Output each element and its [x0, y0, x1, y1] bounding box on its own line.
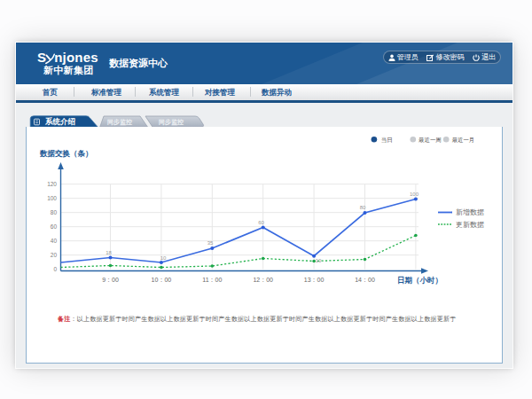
- svg-text:0: 0: [53, 266, 57, 272]
- svg-text:11：00: 11：00: [202, 277, 222, 283]
- svg-text:18: 18: [106, 250, 112, 255]
- svg-text:10: 10: [316, 258, 322, 263]
- svg-text:10: 10: [160, 255, 167, 261]
- svg-text:120: 120: [47, 181, 57, 187]
- svg-text:60: 60: [51, 223, 58, 230]
- svg-text:100: 100: [410, 192, 419, 197]
- svg-text:80: 80: [51, 209, 58, 215]
- svg-text:更新数据: 更新数据: [456, 221, 484, 229]
- svg-text:12：00: 12：00: [253, 277, 273, 283]
- svg-text:最近一周: 最近一周: [419, 137, 442, 143]
- svg-text:日期（小时）: 日期（小时）: [397, 276, 442, 285]
- svg-text:9：00: 9：00: [102, 277, 119, 283]
- svg-text:10：00: 10：00: [152, 277, 172, 283]
- svg-text:当日: 当日: [381, 137, 393, 144]
- svg-text:最近一月: 最近一月: [452, 137, 475, 144]
- svg-text:80: 80: [360, 205, 366, 210]
- svg-text:系统介绍: 系统介绍: [44, 117, 76, 126]
- svg-text:60: 60: [258, 220, 264, 225]
- svg-text:新增数据: 新增数据: [456, 208, 484, 216]
- svg-text:13：00: 13：00: [304, 277, 325, 283]
- svg-text:35: 35: [207, 240, 214, 246]
- svg-text:40: 40: [51, 238, 58, 244]
- svg-text:数据交换（条）: 数据交换（条）: [39, 149, 93, 158]
- svg-text:100: 100: [47, 195, 57, 201]
- svg-text:同步监控: 同步监控: [107, 119, 132, 126]
- svg-text:20: 20: [51, 252, 58, 258]
- svg-text:14：00: 14：00: [355, 277, 375, 283]
- svg-text:同步监控: 同步监控: [159, 119, 184, 126]
